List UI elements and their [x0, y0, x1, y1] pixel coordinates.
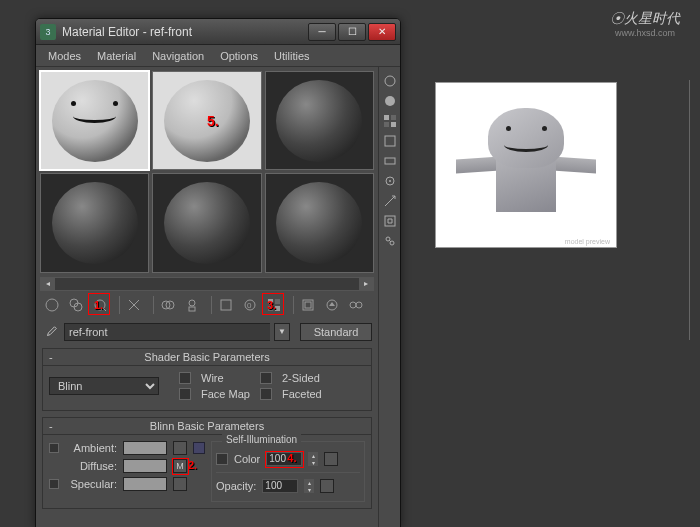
- menu-material[interactable]: Material: [89, 48, 144, 64]
- menu-modes[interactable]: Modes: [40, 48, 89, 64]
- get-material-button[interactable]: [42, 295, 62, 315]
- select-by-material-button[interactable]: [382, 213, 398, 229]
- material-id-button[interactable]: 0: [240, 295, 260, 315]
- material-name-input[interactable]: [64, 323, 270, 341]
- ambient-map-button[interactable]: [173, 441, 187, 455]
- svg-point-6: [189, 300, 195, 306]
- self-illum-value[interactable]: 100 4.: [266, 452, 302, 466]
- sample-slot-2[interactable]: 5.: [152, 71, 261, 170]
- menu-navigation[interactable]: Navigation: [144, 48, 212, 64]
- sample-type-button[interactable]: [382, 73, 398, 89]
- material-name-dropdown[interactable]: ▼: [274, 323, 290, 341]
- specular-lock[interactable]: [49, 479, 59, 489]
- menu-options[interactable]: Options: [212, 48, 266, 64]
- rollout-shader-basic: - Shader Basic Parameters Blinn Wire 2-S…: [42, 348, 372, 411]
- svg-rect-26: [385, 136, 395, 146]
- self-illum-map-button[interactable]: [324, 452, 338, 466]
- svg-rect-16: [305, 302, 311, 308]
- model-render: [456, 100, 596, 230]
- titlebar[interactable]: 3 Material Editor - ref-front ─ ☐ ✕: [36, 19, 400, 45]
- watermark-main: ☉火星时代: [610, 10, 680, 26]
- faceted-checkbox[interactable]: [260, 388, 272, 400]
- rollout-header-shader[interactable]: - Shader Basic Parameters: [43, 349, 371, 366]
- spin-down[interactable]: ▾: [304, 486, 314, 493]
- annotation-4: 4.: [287, 452, 296, 464]
- scroll-right-button[interactable]: ▸: [359, 278, 373, 290]
- backlight-button[interactable]: [382, 93, 398, 109]
- diffuse-swatch[interactable]: [123, 459, 167, 473]
- svg-rect-7: [189, 307, 195, 311]
- make-unique-button[interactable]: [182, 295, 202, 315]
- svg-point-21: [385, 96, 395, 106]
- toolbar-separator: [114, 296, 120, 314]
- menu-utilities[interactable]: Utilities: [266, 48, 317, 64]
- viewport-caption: model preview: [565, 238, 610, 245]
- sample-slot-4[interactable]: [40, 173, 149, 272]
- rollout-header-blinn[interactable]: - Blinn Basic Parameters: [43, 418, 371, 435]
- sample-slot-1[interactable]: [40, 71, 149, 170]
- svg-rect-25: [391, 122, 396, 127]
- eyedropper-button[interactable]: [42, 323, 60, 341]
- rollout-blinn-basic: - Blinn Basic Parameters Ambient:: [42, 417, 372, 509]
- specular-map-button[interactable]: [173, 477, 187, 491]
- make-preview-button[interactable]: [382, 173, 398, 189]
- svg-rect-23: [391, 115, 396, 120]
- specular-label: Specular:: [65, 478, 117, 490]
- self-illum-group-label: Self-Illumination: [222, 434, 301, 445]
- sample-uv-button[interactable]: [382, 133, 398, 149]
- background-button[interactable]: [382, 113, 398, 129]
- svg-rect-24: [384, 122, 389, 127]
- close-button[interactable]: ✕: [368, 23, 396, 41]
- options-button[interactable]: [382, 193, 398, 209]
- wire-checkbox[interactable]: [179, 372, 191, 384]
- go-parent-button[interactable]: [322, 295, 342, 315]
- material-editor-window: 3 Material Editor - ref-front ─ ☐ ✕ Mode…: [35, 18, 401, 527]
- show-end-result-button[interactable]: [298, 295, 318, 315]
- svg-point-20: [385, 76, 395, 86]
- shader-type-select[interactable]: Blinn: [49, 377, 159, 395]
- opacity-map-button[interactable]: [320, 479, 334, 493]
- svg-point-19: [356, 302, 362, 308]
- divider-line: [689, 80, 690, 340]
- opacity-value[interactable]: 100: [262, 479, 298, 493]
- ambient-lock[interactable]: [49, 443, 59, 453]
- facemap-checkbox[interactable]: [179, 388, 191, 400]
- put-to-library-button[interactable]: [216, 295, 236, 315]
- watermark: ☉火星时代 www.hxsd.com: [610, 10, 680, 38]
- material-toolbar: 1. 0 3.: [40, 291, 374, 319]
- self-illum-color-checkbox[interactable]: [216, 453, 228, 465]
- make-copy-button[interactable]: [158, 295, 178, 315]
- sample-slot-5[interactable]: [152, 173, 261, 272]
- maximize-button[interactable]: ☐: [338, 23, 366, 41]
- video-check-button[interactable]: [382, 153, 398, 169]
- svg-point-0: [46, 299, 58, 311]
- spin-up[interactable]: ▴: [308, 452, 318, 459]
- svg-point-29: [389, 180, 391, 182]
- minimize-button[interactable]: ─: [308, 23, 336, 41]
- ambient-swatch[interactable]: [123, 441, 167, 455]
- spin-up[interactable]: ▴: [304, 479, 314, 486]
- twosided-checkbox[interactable]: [260, 372, 272, 384]
- wire-label: Wire: [201, 372, 250, 384]
- twosided-label: 2-Sided: [282, 372, 322, 384]
- diffuse-map-button[interactable]: M 2.: [173, 459, 187, 473]
- reset-map-button[interactable]: [124, 295, 144, 315]
- sample-slot-3[interactable]: [265, 71, 374, 170]
- ambient-diffuse-lock[interactable]: [193, 442, 205, 454]
- opacity-label: Opacity:: [216, 480, 256, 492]
- go-sibling-button[interactable]: [346, 295, 366, 315]
- material-map-navigator-button[interactable]: [382, 233, 398, 249]
- menubar: Modes Material Navigation Options Utilit…: [36, 45, 400, 67]
- specular-swatch[interactable]: [123, 477, 167, 491]
- put-material-button[interactable]: [66, 295, 86, 315]
- ambient-label: Ambient:: [65, 442, 117, 454]
- facemap-label: Face Map: [201, 388, 250, 400]
- scroll-left-button[interactable]: ◂: [41, 278, 55, 290]
- show-map-button[interactable]: 3.: [264, 295, 284, 315]
- window-title: Material Editor - ref-front: [62, 25, 308, 39]
- sample-slot-6[interactable]: [265, 173, 374, 272]
- assign-to-selection-button[interactable]: 1.: [90, 295, 110, 315]
- material-type-button[interactable]: Standard: [300, 323, 372, 341]
- slot-scrollbar[interactable]: ◂ ▸: [40, 277, 374, 291]
- spin-down[interactable]: ▾: [308, 459, 318, 466]
